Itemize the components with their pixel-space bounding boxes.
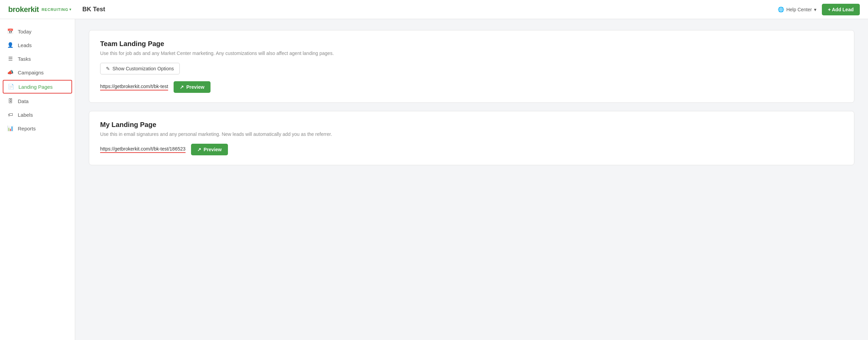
topnav-right: Help Center + Add Lead [778, 4, 860, 15]
sidebar-item-today[interactable]: Today [0, 25, 75, 38]
my-landing-url-row: https://getbrokerkit.com/t/bk-test/18652… [100, 144, 843, 155]
sidebar-label-leads: Leads [18, 42, 32, 48]
sidebar-item-labels[interactable]: Labels [0, 108, 75, 122]
my-landing-preview-button[interactable]: Preview [191, 144, 228, 155]
tasks-icon [7, 56, 14, 62]
sidebar-label-reports: Reports [18, 126, 36, 131]
add-lead-button[interactable]: + Add Lead [822, 4, 860, 15]
reports-icon [7, 125, 14, 131]
main-content: Team Landing Page Use this for job ads a… [75, 19, 868, 340]
my-landing-title: My Landing Page [100, 121, 843, 129]
my-landing-desc: Use this in email signatures and any per… [100, 131, 843, 137]
sidebar-label-landing-pages: Landing Pages [18, 84, 53, 90]
landing-pages-icon [8, 84, 14, 90]
calendar-icon [7, 28, 14, 34]
sidebar: Today Leads Tasks Campaigns Landing Page… [0, 19, 75, 340]
show-customization-button[interactable]: Show Customization Options [100, 63, 180, 74]
sidebar-item-campaigns[interactable]: Campaigns [0, 66, 75, 79]
help-icon [778, 6, 784, 13]
sidebar-item-tasks[interactable]: Tasks [0, 52, 75, 66]
campaigns-icon [7, 69, 14, 75]
team-landing-title: Team Landing Page [100, 40, 843, 48]
layout: Today Leads Tasks Campaigns Landing Page… [0, 19, 868, 340]
my-landing-card: My Landing Page Use this in email signat… [89, 111, 854, 165]
sidebar-item-leads[interactable]: Leads [0, 38, 75, 52]
labels-icon [7, 112, 14, 118]
sidebar-label-data: Data [18, 98, 29, 104]
topnav: brokerkit RECRUITING ▾ BK Test Help Cent… [0, 0, 868, 19]
external-link-icon [180, 84, 184, 90]
my-landing-url: https://getbrokerkit.com/t/bk-test/18652… [100, 146, 186, 153]
recruiting-chevron-icon: ▾ [69, 8, 71, 11]
recruiting-dropdown[interactable]: RECRUITING ▾ [42, 8, 71, 12]
sidebar-item-landing-pages[interactable]: Landing Pages [3, 80, 72, 94]
team-landing-url: https://getbrokerkit.com/t/bk-test [100, 84, 168, 90]
help-chevron-icon [814, 7, 816, 12]
sidebar-item-data[interactable]: Data [0, 94, 75, 108]
team-landing-url-row: https://getbrokerkit.com/t/bk-test Previ… [100, 81, 843, 93]
leads-icon [7, 42, 14, 48]
external-link-icon-2 [197, 147, 201, 152]
team-landing-card: Team Landing Page Use this for job ads a… [89, 30, 854, 103]
brand: brokerkit RECRUITING ▾ [8, 5, 71, 14]
page-title: BK Test [82, 6, 778, 13]
sidebar-label-labels: Labels [18, 112, 33, 118]
team-landing-desc: Use this for job ads and any Market Cent… [100, 51, 843, 56]
brand-logo: brokerkit [8, 5, 39, 14]
edit-icon [106, 66, 110, 71]
sidebar-label-today: Today [18, 29, 31, 34]
data-icon [7, 98, 14, 104]
sidebar-item-reports[interactable]: Reports [0, 122, 75, 135]
sidebar-label-campaigns: Campaigns [18, 70, 44, 75]
sidebar-label-tasks: Tasks [18, 56, 31, 62]
team-landing-preview-button[interactable]: Preview [174, 81, 211, 93]
help-center-button[interactable]: Help Center [778, 6, 816, 13]
